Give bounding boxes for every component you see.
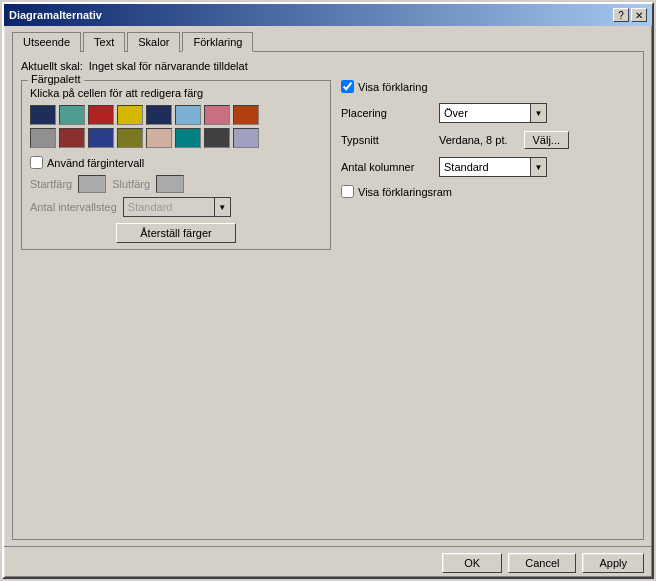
show-explanation-row: Visa förklaring (341, 80, 635, 93)
columns-label: Antal kolumner (341, 161, 431, 173)
use-interval-checkbox[interactable] (30, 156, 43, 169)
right-panel: Visa förklaring Placering Över Under Hög… (341, 80, 635, 531)
font-row: Typsnitt Verdana, 8 pt. Välj... (341, 131, 635, 149)
font-value: Verdana, 8 pt. (439, 134, 508, 146)
current-scale-label: Aktuellt skal: (21, 60, 83, 72)
color-cell-2[interactable] (88, 105, 114, 125)
bottom-bar: OK Cancel Apply (4, 546, 652, 577)
placement-row: Placering Över Under Höger Vänster ▼ (341, 103, 635, 123)
columns-select[interactable]: Standard 1 2 3 (440, 158, 530, 176)
tab-bar: Utseende Text Skalor Förklaring (12, 32, 644, 52)
end-color-swatch[interactable] (156, 175, 184, 193)
color-cell-1[interactable] (59, 105, 85, 125)
columns-row: Antal kolumner Standard 1 2 3 ▼ (341, 157, 635, 177)
start-color-label: Startfärg (30, 178, 72, 190)
color-cell-0[interactable] (30, 105, 56, 125)
interval-steps-label: Antal intervallsteg (30, 201, 117, 213)
reset-colors-button[interactable]: Återställ färger (116, 223, 236, 243)
ok-button[interactable]: OK (442, 553, 502, 573)
show-explanation-checkbox[interactable] (341, 80, 354, 93)
color-cell-11[interactable] (117, 128, 143, 148)
left-panel: Färgpalett Klicka på cellen för att redi… (21, 80, 331, 531)
color-cell-14[interactable] (204, 128, 230, 148)
use-interval-row: Använd färgintervall (30, 156, 322, 169)
apply-button[interactable]: Apply (582, 553, 644, 573)
click-hint: Klicka på cellen för att redigera färg (30, 87, 322, 99)
tab-utseende[interactable]: Utseende (12, 32, 81, 52)
main-window: Diagramalternativ ? ✕ Utseende Text Skal… (2, 2, 654, 579)
interval-steps-row: Antal intervallsteg Standard ▼ (30, 197, 322, 217)
placement-select-wrapper: Över Under Höger Vänster ▼ (439, 103, 547, 123)
columns-select-wrapper: Standard 1 2 3 ▼ (439, 157, 547, 177)
end-color-label: Slutfärg (112, 178, 150, 190)
placement-select[interactable]: Över Under Höger Vänster (440, 104, 530, 122)
cancel-button[interactable]: Cancel (508, 553, 576, 573)
show-frame-checkbox[interactable] (341, 185, 354, 198)
tab-forklaring[interactable]: Förklaring (182, 32, 253, 52)
current-scale-row: Aktuellt skal: Inget skal för närvarande… (21, 60, 635, 72)
color-cell-8[interactable] (30, 128, 56, 148)
close-button[interactable]: ✕ (631, 8, 647, 22)
start-color-swatch[interactable] (78, 175, 106, 193)
use-interval-label: Använd färgintervall (47, 157, 144, 169)
choose-font-button[interactable]: Välj... (524, 131, 570, 149)
tab-panel: Aktuellt skal: Inget skal för närvarande… (12, 51, 644, 540)
color-cell-3[interactable] (117, 105, 143, 125)
title-bar: Diagramalternativ ? ✕ (4, 4, 652, 26)
placement-label: Placering (341, 107, 431, 119)
window-title: Diagramalternativ (9, 9, 102, 21)
main-area: Färgpalett Klicka på cellen för att redi… (21, 80, 635, 531)
columns-arrow[interactable]: ▼ (530, 158, 546, 176)
window-content: Utseende Text Skalor Förklaring Aktuellt… (4, 26, 652, 546)
color-cell-9[interactable] (59, 128, 85, 148)
show-frame-row: Visa förklaringsram (341, 185, 635, 198)
interval-steps-select-wrapper: Standard ▼ (123, 197, 231, 217)
color-cell-12[interactable] (146, 128, 172, 148)
interval-steps-arrow[interactable]: ▼ (214, 198, 230, 216)
current-scale-value: Inget skal för närvarande tilldelat (89, 60, 248, 72)
placement-arrow[interactable]: ▼ (530, 104, 546, 122)
title-bar-buttons: ? ✕ (613, 8, 647, 22)
color-cell-13[interactable] (175, 128, 201, 148)
color-cell-5[interactable] (175, 105, 201, 125)
color-palette-group: Färgpalett Klicka på cellen för att redi… (21, 80, 331, 250)
show-frame-label: Visa förklaringsram (358, 186, 452, 198)
start-color-row: Startfärg Slutfärg (30, 175, 322, 193)
help-button[interactable]: ? (613, 8, 629, 22)
color-grid-row1 (30, 105, 322, 148)
interval-steps-select[interactable]: Standard (124, 198, 214, 216)
color-palette-title: Färgpalett (28, 73, 84, 85)
color-cell-4[interactable] (146, 105, 172, 125)
tab-skalor[interactable]: Skalor (127, 32, 180, 52)
font-label: Typsnitt (341, 134, 431, 146)
color-cell-10[interactable] (88, 128, 114, 148)
color-cell-15[interactable] (233, 128, 259, 148)
show-explanation-label: Visa förklaring (358, 81, 428, 93)
color-cell-6[interactable] (204, 105, 230, 125)
color-cell-7[interactable] (233, 105, 259, 125)
tab-text[interactable]: Text (83, 32, 125, 52)
